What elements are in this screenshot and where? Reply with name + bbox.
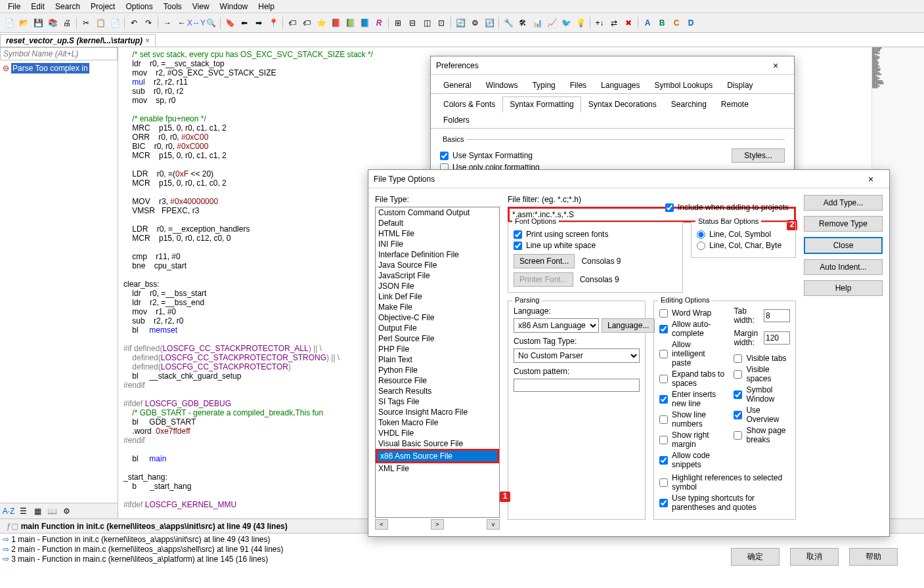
sync-icon[interactable]: 🔄 [454, 16, 467, 30]
bookmark-icon[interactable]: 🔖 [223, 16, 236, 30]
help-button[interactable]: Help [804, 280, 883, 296]
visible-tabs-check[interactable]: Visible tabs [734, 354, 790, 363]
tab-syntax-formatting[interactable]: Syntax Formatting [502, 96, 581, 113]
visible-spaces-check[interactable]: Visible spaces [734, 365, 790, 383]
include-projects-check[interactable]: Include when adding to projects [665, 203, 796, 212]
tool5-icon[interactable]: 💡 [574, 16, 587, 30]
remove-type-button[interactable]: Remove Type [804, 216, 883, 232]
auto-indent-button[interactable]: Auto Indent... [804, 259, 883, 275]
close-button[interactable]: Close [804, 237, 883, 254]
printer-font-button[interactable]: Printer Font... [514, 272, 573, 287]
replace-icon[interactable]: X↔Y [190, 16, 203, 30]
file-type-item[interactable]: Perl Source File [376, 333, 499, 344]
symbol-search-input[interactable] [0, 47, 118, 60]
copy-icon[interactable]: 📋 [94, 16, 107, 30]
tab-files[interactable]: Files [563, 77, 594, 93]
expand-tabs-check[interactable]: Expand tabs to spaces [659, 369, 726, 388]
margin-width-input[interactable] [764, 331, 790, 345]
tag-icon[interactable]: 🏷 [286, 16, 299, 30]
b-icon[interactable]: B [655, 16, 669, 30]
undo-icon[interactable]: ↶ [127, 16, 141, 30]
file-type-item[interactable]: Java Source File [376, 260, 499, 270]
tool4-icon[interactable]: 📈 [545, 16, 558, 30]
file-type-item[interactable]: Custom Command Output [376, 207, 499, 218]
tab-searching[interactable]: Searching [664, 96, 714, 112]
file-type-item[interactable]: Python File [376, 365, 499, 375]
lineup-whitespace-check[interactable]: Line up white space [514, 241, 677, 250]
outdent-icon[interactable]: ← [175, 16, 188, 30]
book-icon[interactable]: 📕 [329, 16, 342, 30]
save-all-icon[interactable]: 📚 [46, 16, 59, 30]
file-type-item[interactable]: Interface Definition File [376, 249, 499, 260]
book3-icon[interactable]: 📘 [358, 16, 371, 30]
tool2-icon[interactable]: 🛠 [516, 16, 529, 30]
menu-options[interactable]: Options [120, 1, 158, 12]
close-icon[interactable]: × [762, 60, 789, 71]
file-type-item[interactable]: XML File [376, 463, 499, 474]
r-icon[interactable]: R [372, 16, 385, 30]
status-linecol-symbol-radio[interactable]: Line, Col, Symbol [697, 230, 790, 239]
new-icon[interactable]: 📄 [3, 16, 16, 30]
tab-windows[interactable]: Windows [479, 77, 525, 93]
file-type-item[interactable]: VHDL File [376, 428, 499, 438]
gear-icon[interactable]: ⚙ [60, 505, 72, 517]
back-icon[interactable]: ⬅ [238, 16, 251, 30]
close-icon[interactable]: × [858, 174, 884, 184]
file-type-item[interactable]: Output File [376, 323, 499, 333]
win4-icon[interactable]: ⊡ [435, 16, 448, 30]
grid-icon[interactable]: ▦ [32, 505, 43, 517]
tab-general[interactable]: General [436, 77, 479, 93]
tab-display[interactable]: Display [720, 77, 760, 93]
file-type-item[interactable]: INI File [376, 239, 499, 249]
tag2-icon[interactable]: 🏷 [300, 16, 313, 30]
right-margin-check[interactable]: Show right margin [659, 430, 726, 449]
win1-icon[interactable]: ⊞ [391, 16, 405, 30]
file-type-item[interactable]: Plain Text [376, 354, 499, 365]
a-icon[interactable]: A [641, 16, 654, 30]
file-type-item[interactable]: Link Def File [376, 291, 499, 302]
indent-icon[interactable]: → [161, 16, 174, 30]
menu-file[interactable]: File [3, 1, 26, 12]
win2-icon[interactable]: ⊟ [406, 16, 419, 30]
file-type-item[interactable]: JSON File [376, 281, 499, 291]
goto-icon[interactable]: 📍 [267, 16, 280, 30]
file-type-item[interactable]: Make File [376, 302, 499, 312]
list-icon[interactable]: ☰ [17, 505, 29, 517]
enter-newline-check[interactable]: Enter inserts new line [659, 390, 726, 408]
find-icon[interactable]: 🔍 [204, 16, 217, 30]
file-type-item[interactable]: Search Results [376, 386, 499, 396]
menu-window[interactable]: Window [215, 1, 253, 12]
file-type-item[interactable]: JavaScript File [376, 270, 499, 281]
win3-icon[interactable]: ◫ [420, 16, 433, 30]
code-snippets-check[interactable]: Allow code snippets [659, 451, 726, 469]
scroll-down-button[interactable]: v [487, 519, 500, 520]
minus-icon[interactable]: ⇄ [607, 16, 621, 30]
plus-icon[interactable]: +↓ [593, 16, 606, 30]
custom-tag-select[interactable]: No Custom Parser [514, 348, 640, 363]
file-type-item[interactable]: Visual Basic Source File [376, 438, 499, 449]
file-tab[interactable]: reset_vector_up.S (kernel\...\startup) × [0, 34, 156, 47]
paste-icon[interactable]: 📄 [108, 16, 121, 30]
gear-icon[interactable]: ⚙ [468, 16, 481, 30]
d-icon[interactable]: D [684, 16, 697, 30]
menu-tools[interactable]: Tools [158, 1, 187, 12]
menu-help[interactable]: Help [253, 1, 280, 12]
x-icon[interactable]: ✖ [622, 16, 635, 30]
sort-az-icon[interactable]: A·Z [3, 505, 14, 517]
close-icon[interactable]: × [145, 36, 150, 45]
print-icon[interactable]: 🖨 [60, 16, 74, 30]
parse-error-item[interactable]: Parse Too complex in [11, 63, 89, 74]
redo-icon[interactable]: ↷ [142, 16, 155, 30]
c-icon[interactable]: C [670, 16, 683, 30]
language-button[interactable]: Language... [602, 318, 655, 333]
line-numbers-check[interactable]: Show line numbers [659, 410, 726, 429]
auto-complete-check[interactable]: Allow auto-complete [659, 320, 726, 338]
word-wrap-check[interactable]: Word Wrap [659, 308, 726, 318]
file-type-item[interactable]: Objective-C File [376, 312, 499, 323]
book2-icon[interactable]: 📗 [343, 16, 357, 30]
tool1-icon[interactable]: 🔧 [502, 16, 515, 30]
menu-search[interactable]: Search [50, 1, 85, 12]
menu-edit[interactable]: Edit [26, 1, 50, 12]
file-type-item[interactable]: PHP File [376, 344, 499, 354]
symbol-window-check[interactable]: Symbol Window [734, 385, 790, 404]
